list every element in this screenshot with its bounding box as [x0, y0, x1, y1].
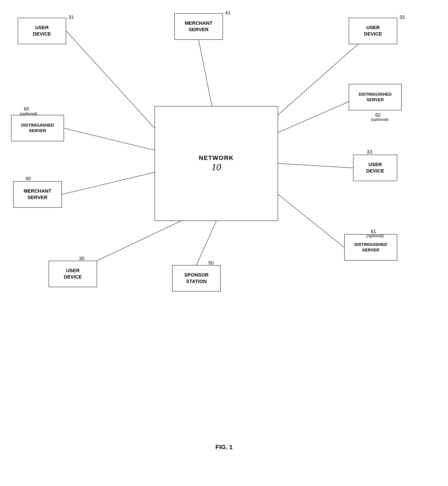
connection-lines [0, 0, 448, 464]
distinguished-server-60: DISTINGUISHEDSERVER [11, 115, 64, 141]
ref-61-optional: (optional) [366, 233, 384, 238]
ref-32: 32 [400, 14, 405, 20]
svg-line-6 [278, 164, 353, 168]
user-device-33: USERDEVICE [353, 155, 397, 181]
user-device-32: USERDEVICE [349, 18, 397, 44]
merchant-server-40: MERCHANTSERVER [13, 181, 62, 208]
distinguished-server-62: DISTINGUISHEDSERVER [349, 84, 402, 110]
network-box: NETWORK 10 [154, 106, 278, 221]
svg-line-1 [199, 40, 212, 106]
ref-41: 41 [225, 10, 230, 16]
svg-line-5 [62, 172, 154, 194]
ref-40: 40 [25, 176, 31, 181]
user-device-31: USERDEVICE [18, 18, 66, 44]
ref-60-optional: (optional) [20, 111, 37, 116]
merchant-server-41: MERCHANTSERVER [174, 13, 223, 40]
svg-line-3 [64, 128, 154, 150]
ref-60: 60 [24, 106, 29, 112]
svg-line-9 [278, 194, 344, 247]
network-number: 10 [211, 162, 221, 173]
svg-line-8 [196, 221, 216, 265]
svg-line-4 [278, 102, 349, 132]
ref-33: 33 [367, 149, 372, 155]
svg-line-7 [97, 221, 181, 261]
user-device-30: USERDEVICE [48, 261, 97, 287]
ref-50: 50 [208, 260, 214, 266]
ref-62-optional: (optional) [371, 117, 388, 122]
figure-label: FIG. 1 [215, 444, 233, 451]
ref-31: 31 [68, 14, 74, 20]
sponsor-station-50: SPONSORSTATION [172, 265, 221, 292]
network-label: NETWORK [199, 154, 234, 162]
ref-30: 30 [79, 255, 84, 261]
svg-line-0 [66, 31, 154, 128]
diagram-container: NETWORK 10 USERDEVICE 31 MERCHANTSERVER … [0, 0, 448, 464]
